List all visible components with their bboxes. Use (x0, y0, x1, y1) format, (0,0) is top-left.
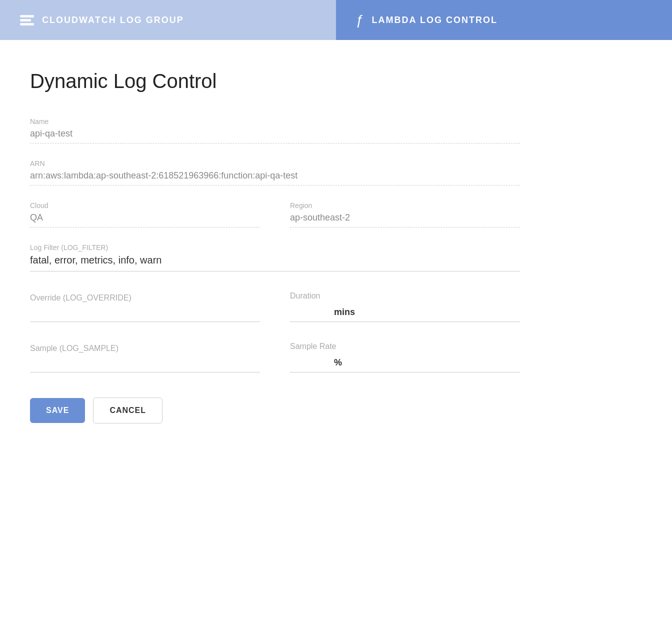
stack-icon (20, 15, 34, 26)
region-field-group: Region ap-southeast-2 (290, 202, 520, 228)
arn-value: arn:aws:lambda:ap-southeast-2:6185219639… (30, 170, 520, 186)
override-label: Override (LOG_OVERRIDE) (30, 294, 260, 302)
sample-field-group: Sample (LOG_SAMPLE) (30, 344, 260, 372)
sample-rate-input[interactable] (290, 355, 330, 368)
page-title: Dynamic Log Control (30, 70, 520, 92)
header-left-title: CLOUDWATCH LOG GROUP (42, 15, 184, 26)
name-field-group: Name api-qa-test (30, 118, 520, 144)
duration-label-group: Duration mins (290, 292, 520, 322)
sample-rate-label-group: Sample Rate % (290, 342, 520, 372)
override-field-group: Override (LOG_OVERRIDE) (30, 294, 260, 322)
header: CLOUDWATCH LOG GROUP ƒ LAMBDA LOG CONTRO… (0, 0, 672, 40)
override-input[interactable] (30, 306, 260, 322)
cloud-region-row: Cloud QA Region ap-southeast-2 (30, 202, 520, 228)
sample-rate-field-group: Sample Rate % (290, 342, 520, 372)
sample-rate-unit: % (334, 358, 342, 368)
log-filter-label: Log Filter (LOG_FILTER) (30, 244, 520, 252)
sample-rate-row-container: Sample (LOG_SAMPLE) Sample Rate % (30, 342, 520, 372)
sample-rate-label: Sample Rate (290, 342, 520, 351)
header-right-tab[interactable]: ƒ LAMBDA LOG CONTROL (336, 0, 672, 40)
name-value: api-qa-test (30, 128, 520, 144)
cloud-field-group: Cloud QA (30, 202, 260, 228)
duration-unit: mins (334, 307, 355, 318)
arn-label: ARN (30, 160, 520, 168)
cloud-value: QA (30, 212, 260, 228)
main-content: Dynamic Log Control Name api-qa-test ARN… (0, 40, 550, 454)
sample-rate-input-row: % (290, 355, 520, 372)
duration-input[interactable] (290, 304, 330, 318)
region-value: ap-southeast-2 (290, 212, 520, 228)
arn-field-group: ARN arn:aws:lambda:ap-southeast-2:618521… (30, 160, 520, 186)
log-filter-field-group: Log Filter (LOG_FILTER) fatal, error, me… (30, 244, 520, 272)
cancel-button[interactable]: CANCEL (93, 398, 162, 424)
button-row: SAVE CANCEL (30, 398, 520, 424)
duration-label: Duration (290, 292, 520, 300)
duration-input-row: mins (290, 304, 520, 322)
lambda-icon: ƒ (356, 12, 364, 28)
override-duration-row: Override (LOG_OVERRIDE) Duration mins (30, 292, 520, 322)
log-filter-value: fatal, error, metrics, info, warn (30, 254, 520, 272)
sample-label: Sample (LOG_SAMPLE) (30, 344, 260, 353)
duration-field-group: Duration mins (290, 292, 520, 322)
name-label: Name (30, 118, 520, 126)
cloud-label: Cloud (30, 202, 260, 210)
region-label: Region (290, 202, 520, 210)
header-left-tab[interactable]: CLOUDWATCH LOG GROUP (0, 0, 336, 40)
header-right-title: LAMBDA LOG CONTROL (372, 15, 498, 26)
override-section: Override (LOG_OVERRIDE) Duration mins Sa… (30, 292, 520, 372)
save-button[interactable]: SAVE (30, 398, 85, 423)
sample-input[interactable] (30, 357, 260, 372)
